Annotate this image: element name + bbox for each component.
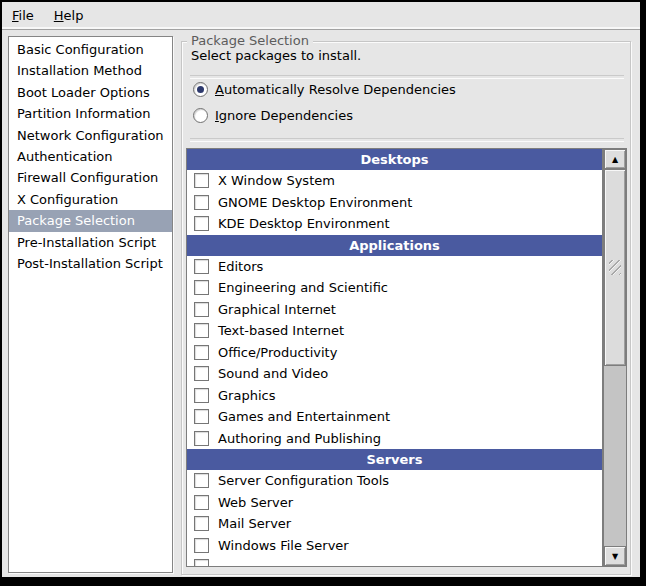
package-label: Editors (218, 259, 263, 274)
sidebar-item[interactable]: Package Selection (9, 210, 172, 231)
radio-dot-icon (197, 86, 204, 93)
category-header: Servers (187, 449, 602, 470)
package-checkbox[interactable] (194, 173, 209, 188)
sidebar-item[interactable]: Pre-Installation Script (9, 232, 172, 253)
package-row[interactable]: Graphical Internet (187, 299, 602, 321)
package-row[interactable]: Sound and Video (187, 363, 602, 385)
sidebar-item[interactable]: Basic Configuration (9, 39, 172, 60)
scrollbar-thumb[interactable] (604, 169, 626, 366)
package-checkbox[interactable] (194, 388, 209, 403)
package-row[interactable]: Engineering and Scientific (187, 277, 602, 299)
menu-help-label: elp (64, 8, 84, 23)
package-checkbox[interactable] (194, 473, 209, 488)
package-label: GNOME Desktop Environment (218, 195, 412, 210)
package-checkbox[interactable] (194, 559, 209, 567)
package-row[interactable]: GNOME Desktop Environment (187, 192, 602, 214)
package-label: Office/Productivity (218, 345, 337, 360)
sidebar-item[interactable]: Authentication (9, 146, 172, 167)
package-row-partial[interactable] (187, 556, 602, 567)
package-label: Text-based Internet (218, 323, 344, 338)
sidebar-item[interactable]: Firewall Configuration (9, 167, 172, 188)
radio-auto-resolve-label: Automatically Resolve Dependencies (215, 82, 456, 97)
instruction-label: Select packages to install. (191, 48, 361, 63)
package-checkbox[interactable] (194, 280, 209, 295)
sidebar-nav-list: Basic ConfigurationInstallation MethodBo… (8, 36, 173, 573)
scroll-down-icon: ▼ (612, 552, 618, 561)
package-checkbox[interactable] (194, 409, 209, 424)
package-row[interactable]: Authoring and Publishing (187, 428, 602, 450)
package-list: DesktopsX Window SystemGNOME Desktop Env… (186, 148, 603, 567)
package-label: Windows File Server (218, 538, 349, 553)
package-checkbox[interactable] (194, 345, 209, 360)
menu-help-mnemonic: H (54, 8, 64, 23)
sidebar-item[interactable]: Post-Installation Script (9, 253, 172, 274)
package-row[interactable]: X Window System (187, 170, 602, 192)
package-checkbox[interactable] (194, 216, 209, 231)
package-checkbox[interactable] (194, 495, 209, 510)
sidebar-item[interactable]: Boot Loader Options (9, 82, 172, 103)
menu-help[interactable]: Help (44, 4, 94, 27)
package-label: Games and Entertainment (218, 409, 390, 424)
sidebar-item[interactable]: Installation Method (9, 60, 172, 81)
radio-icon (193, 108, 208, 123)
package-row[interactable]: Server Configuration Tools (187, 470, 602, 492)
radio-icon (193, 82, 208, 97)
package-label: KDE Desktop Environment (218, 216, 390, 231)
package-label: Sound and Video (218, 366, 328, 381)
package-row[interactable]: Editors (187, 256, 602, 278)
package-checkbox[interactable] (194, 366, 209, 381)
package-row[interactable]: Mail Server (187, 513, 602, 535)
package-checkbox[interactable] (194, 431, 209, 446)
separator (190, 75, 624, 79)
separator (190, 138, 624, 142)
package-checkbox[interactable] (194, 302, 209, 317)
package-checkbox[interactable] (194, 538, 209, 553)
frame-title: Package Selection (187, 33, 313, 48)
package-label: Server Configuration Tools (218, 473, 389, 488)
package-label: Mail Server (218, 516, 291, 531)
sidebar-item[interactable]: Network Configuration (9, 125, 172, 146)
radio-ignore-dependencies[interactable]: Ignore Dependencies (193, 107, 353, 123)
package-list-scrollbar: ▲ ▼ (603, 148, 627, 567)
package-row[interactable]: Windows File Server (187, 535, 602, 557)
package-checkbox[interactable] (194, 323, 209, 338)
category-header: Desktops (187, 149, 602, 170)
sidebar-item[interactable]: Partition Information (9, 103, 172, 124)
app-window: File Help Basic ConfigurationInstallatio… (0, 0, 646, 586)
package-checkbox[interactable] (194, 259, 209, 274)
package-row[interactable]: Graphics (187, 385, 602, 407)
package-row[interactable]: Text-based Internet (187, 320, 602, 342)
package-label: Authoring and Publishing (218, 431, 381, 446)
package-row[interactable]: Web Server (187, 492, 602, 514)
radio-auto-resolve-dependencies[interactable]: Automatically Resolve Dependencies (193, 81, 456, 97)
package-label: Graphics (218, 388, 275, 403)
package-checkbox[interactable] (194, 516, 209, 531)
package-label: Graphical Internet (218, 302, 336, 317)
package-checkbox[interactable] (194, 195, 209, 210)
scroll-down-button[interactable]: ▼ (604, 546, 626, 566)
package-row[interactable]: KDE Desktop Environment (187, 213, 602, 235)
menu-bar: File Help (2, 2, 640, 30)
menu-file[interactable]: File (2, 4, 44, 27)
package-label: X Window System (218, 173, 335, 188)
window-background: File Help Basic ConfigurationInstallatio… (2, 2, 640, 577)
scrollbar-grip-icon (609, 260, 621, 275)
menu-file-label: ile (19, 8, 34, 23)
package-label: Engineering and Scientific (218, 280, 388, 295)
scroll-up-button[interactable]: ▲ (604, 149, 626, 169)
radio-ignore-label: Ignore Dependencies (215, 108, 353, 123)
package-label: Web Server (218, 495, 293, 510)
package-row[interactable]: Games and Entertainment (187, 406, 602, 428)
scroll-up-icon: ▲ (612, 155, 618, 164)
category-header: Applications (187, 235, 602, 256)
package-row[interactable]: Office/Productivity (187, 342, 602, 364)
sidebar-item[interactable]: X Configuration (9, 189, 172, 210)
